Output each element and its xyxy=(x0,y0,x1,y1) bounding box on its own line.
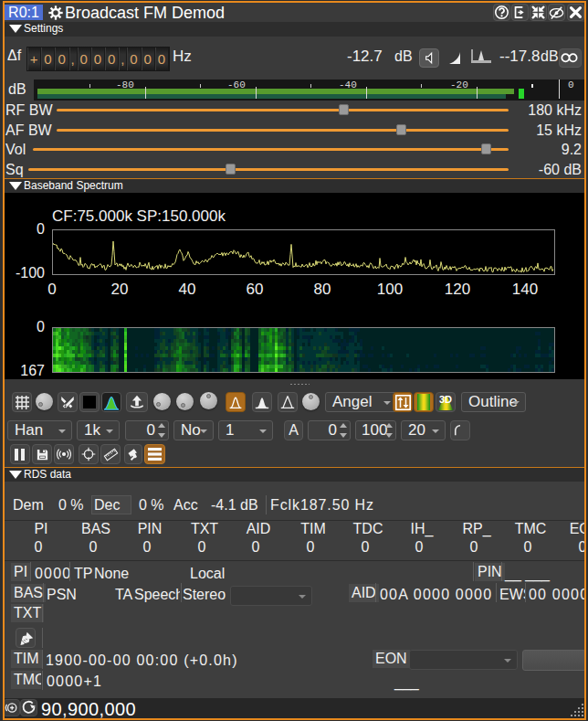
svg-text:3D: 3D xyxy=(439,394,452,405)
